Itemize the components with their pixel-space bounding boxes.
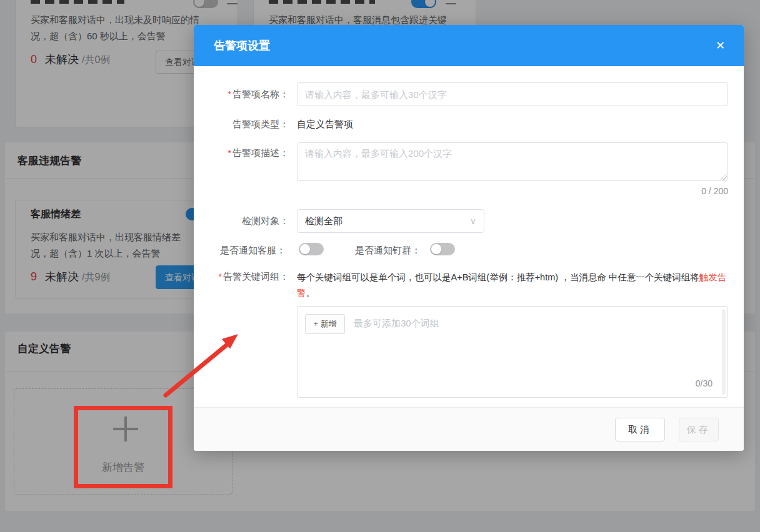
name-field-label: *告警项名称：	[194, 89, 289, 101]
target-field-label: 检测对象：	[194, 215, 289, 227]
toggle-knob	[300, 244, 310, 254]
desc-char-counter: 0 / 200	[297, 186, 728, 196]
toggle-knob	[431, 244, 441, 254]
keywords-counter: 0/30	[696, 378, 712, 388]
alert-type-value: 自定义告警项	[297, 119, 353, 131]
keywords-placeholder: 最多可添加30个词组	[354, 318, 439, 330]
notify-cs-label: 是否通知客服：	[220, 245, 286, 257]
close-icon[interactable]: ✕	[716, 40, 725, 51]
save-button[interactable]: 保存	[679, 418, 719, 441]
type-field-label: 告警项类型：	[194, 119, 289, 131]
cancel-button[interactable]: 取消	[615, 418, 665, 441]
notify-ding-toggle[interactable]	[430, 243, 455, 255]
keywords-box: + 新增 最多可添加30个词组 0/30	[297, 306, 728, 398]
alert-desc-textarea[interactable]	[297, 142, 728, 181]
resize-grip-icon[interactable]	[721, 174, 727, 180]
modal-body: *告警项名称： 告警项类型： 自定义告警项 *告警项描述： 0 / 200 检测…	[194, 66, 744, 407]
select-value: 检测全部	[305, 215, 342, 226]
required-asterisk: *	[219, 272, 222, 282]
desc-field-label: *告警项描述：	[194, 147, 289, 159]
notify-ding-label: 是否通知钉群：	[355, 245, 421, 257]
alert-settings-modal: 告警项设置 ✕ *告警项名称： 告警项类型： 自定义告警项 *告警项描述： 0 …	[194, 25, 744, 451]
detect-target-select[interactable]: 检测全部 ∨	[297, 209, 484, 233]
modal-footer: 取消 保存	[194, 407, 744, 451]
alert-name-input[interactable]	[297, 82, 728, 106]
keywords-help-text: 每个关键词组可以是单个词，也可以是A+B词组(举例：推荐+htm) ，当消息命 …	[297, 270, 734, 301]
required-asterisk: *	[228, 89, 231, 99]
modal-header: 告警项设置 ✕	[194, 25, 744, 66]
required-asterisk: *	[228, 148, 231, 158]
keywords-field-label: *告警关键词组：	[194, 271, 289, 283]
scrollbar[interactable]	[722, 309, 726, 395]
notify-cs-toggle[interactable]	[299, 243, 324, 255]
chevron-down-icon: ∨	[470, 210, 476, 232]
add-keyword-button[interactable]: + 新增	[305, 314, 345, 334]
modal-title: 告警项设置	[214, 38, 716, 53]
